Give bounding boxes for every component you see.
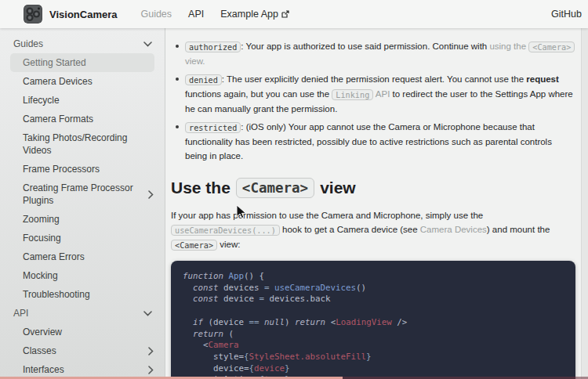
- doc-content: authorized: Your app is authorized to us…: [165, 28, 588, 379]
- sidebar-item-creating-frame-processor-plugins[interactable]: Creating Frame Processor Plugins: [0, 179, 165, 210]
- code-line: [183, 305, 564, 317]
- sidebar-item-frame-processors[interactable]: Frame Processors: [0, 160, 165, 179]
- code-token: const: [193, 283, 219, 293]
- link-text: API: [373, 89, 390, 99]
- code-token: [183, 317, 193, 327]
- code-token: <: [183, 340, 209, 350]
- body-text: : (iOS only) Your app cannot use the Cam…: [185, 122, 552, 161]
- sidebar-item-mocking[interactable]: Mocking: [0, 266, 165, 285]
- code-token: [183, 294, 193, 304]
- code-token: useCameraDevices: [274, 283, 356, 293]
- sidebar-category-api[interactable]: API: [0, 304, 165, 323]
- code-token: const: [193, 294, 219, 304]
- code-token: />: [392, 317, 408, 327]
- body-text: hook to get a Camera device (see: [280, 225, 420, 234]
- inline-code-restricted: restricted: [185, 122, 241, 133]
- code-token: (device: [203, 317, 249, 327]
- chevron-right-icon: [148, 347, 154, 356]
- sidebar-item-camera-errors[interactable]: Camera Errors: [0, 247, 165, 266]
- sidebar-item-label: Troubleshooting: [23, 288, 154, 301]
- code-token: }: [285, 363, 290, 374]
- sidebar-item-camera-formats[interactable]: Camera Formats: [0, 110, 165, 128]
- nav-item-example-app[interactable]: Example App: [220, 9, 289, 20]
- sidebar-item-zooming[interactable]: Zooming: [0, 210, 165, 229]
- sidebar-item-label: Focusing: [23, 232, 154, 244]
- code-token: (: [223, 329, 234, 339]
- sidebar-item-camera-devices[interactable]: Camera Devices: [0, 72, 165, 91]
- code-token: if: [193, 317, 203, 327]
- link-text: using the: [489, 42, 528, 51]
- code-token: StyleSheet.absoluteFill: [249, 352, 367, 362]
- sidebar-item-label: Overview: [23, 326, 154, 338]
- mouse-cursor: [236, 204, 247, 219]
- code-line: return (: [183, 329, 564, 341]
- sidebar-category-label: Guides: [13, 38, 43, 49]
- sidebar-item-label: Zooming: [23, 213, 154, 226]
- inline-code-camera: <Camera>: [236, 178, 314, 198]
- code-token: [183, 329, 193, 339]
- sidebar-item-label: Creating Frame Processor Plugins: [23, 182, 143, 207]
- body-text: : Your app is authorized to use said per…: [241, 42, 489, 51]
- visioncamera-logo-icon[interactable]: [24, 5, 42, 23]
- sidebar-item-lifecycle[interactable]: Lifecycle: [0, 91, 165, 110]
- brand-title[interactable]: VisionCamera: [49, 9, 117, 20]
- section-heading: Use the <Camera> view: [171, 178, 575, 198]
- chevron-down-icon: [143, 311, 152, 316]
- camera-devices-link[interactable]: Camera Devices: [420, 225, 487, 234]
- external-link-icon: [281, 10, 289, 18]
- sidebar: Guides Getting Started Camera Devices Li…: [0, 28, 165, 379]
- code-line: function App() {: [183, 271, 564, 283]
- sidebar-category-guides[interactable]: Guides: [0, 34, 165, 53]
- list-item: restricted: (iOS only) Your app cannot u…: [171, 120, 575, 163]
- heading-text: Use the: [171, 179, 230, 197]
- code-block[interactable]: function App() { const devices = useCame…: [171, 261, 575, 379]
- code-token: () {: [244, 271, 264, 281]
- sidebar-item-label: Lifecycle: [23, 94, 154, 106]
- sidebar-item-classes[interactable]: Classes: [0, 341, 165, 360]
- code-token: device: [254, 363, 285, 374]
- sidebar-item-label: Getting Started: [23, 56, 150, 69]
- inline-code-camera: <Camera>: [171, 240, 217, 251]
- sidebar-item-label: Classes: [23, 345, 143, 357]
- sidebar-item-label: Interfaces: [23, 363, 143, 376]
- code-line: style={StyleSheet.absoluteFill}: [183, 352, 564, 363]
- sidebar-item-troubleshooting[interactable]: Troubleshooting: [0, 285, 165, 304]
- code-token: return: [295, 317, 325, 327]
- list-item: authorized: Your app is authorized to us…: [171, 39, 575, 68]
- code-line: const devices = useCameraDevices(): [183, 283, 564, 294]
- sidebar-item-label: Frame Processors: [23, 163, 154, 175]
- page-scrollbar-track[interactable]: [581, 28, 588, 379]
- code-token: return: [193, 329, 223, 339]
- code-line: <Camera: [183, 340, 564, 352]
- sidebar-item-overview[interactable]: Overview: [0, 323, 165, 341]
- navbar: VisionCamera Guides API Example App GitH…: [0, 0, 588, 28]
- code-token: <: [325, 317, 336, 327]
- inline-code-denied: denied: [185, 74, 222, 85]
- sidebar-item-taking-photos[interactable]: Taking Photos/Recording Videos: [0, 128, 165, 160]
- heading-text: view: [320, 179, 356, 197]
- list-item: denied: The user explicitly denied the p…: [171, 72, 575, 116]
- nav-item-guides[interactable]: Guides: [140, 9, 172, 20]
- code-token: function: [183, 271, 223, 281]
- body-text: functions again, but you can use the: [185, 89, 332, 99]
- nav-item-api[interactable]: API: [188, 9, 204, 20]
- code-line: const device = devices.back: [183, 294, 564, 305]
- sidebar-item-getting-started[interactable]: Getting Started: [10, 53, 154, 72]
- code-token: LoadingView: [336, 317, 392, 327]
- sidebar-item-focusing[interactable]: Focusing: [0, 229, 165, 247]
- inline-code-camera: <Camera>: [528, 42, 575, 52]
- sidebar-item-label: Camera Devices: [23, 75, 154, 88]
- sidebar-item-label: Camera Errors: [23, 251, 154, 263]
- linking-api-link[interactable]: Linking API: [332, 89, 390, 99]
- body-text: ) and mount the: [487, 225, 550, 234]
- usecameradevices-link[interactable]: useCameraDevices(...): [171, 225, 280, 234]
- code-token: }: [366, 352, 372, 362]
- chevron-right-icon: [148, 366, 154, 374]
- nav-item-github[interactable]: GitHub: [551, 9, 582, 20]
- code-token: devices: [219, 283, 265, 293]
- sidebar-item-label: Camera Formats: [23, 113, 154, 125]
- code-token: ==: [249, 317, 260, 327]
- inline-code-linking: Linking: [332, 89, 373, 100]
- code-token: style=: [183, 352, 244, 362]
- code-token: ): [285, 317, 295, 327]
